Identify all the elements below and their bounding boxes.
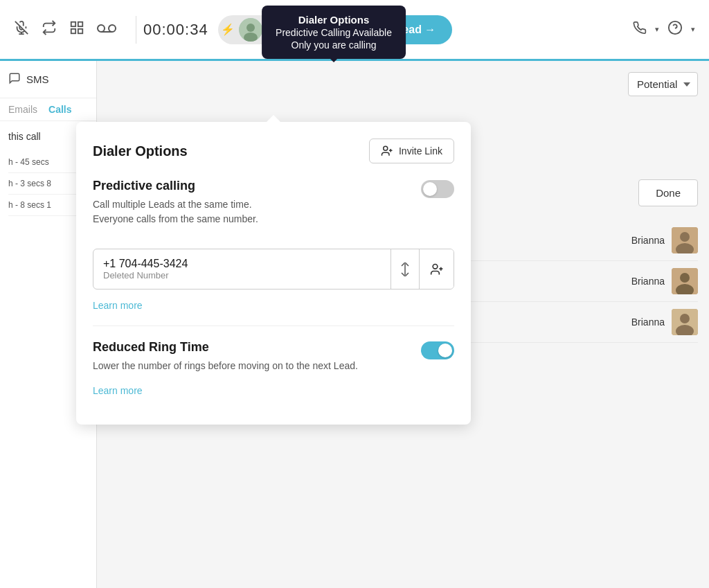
svg-point-11 bbox=[246, 24, 255, 32]
invite-link-label: Invite Link bbox=[399, 145, 442, 157]
svg-rect-6 bbox=[78, 29, 82, 33]
svg-point-8 bbox=[109, 25, 116, 32]
avatar bbox=[672, 268, 698, 294]
dialer-options-tooltip: Dialer Options Predictive Calling Availa… bbox=[262, 6, 406, 59]
tooltip-line1: Predictive Calling Available bbox=[276, 27, 392, 38]
grid-icon[interactable] bbox=[69, 20, 84, 39]
toolbar-divider bbox=[136, 16, 136, 44]
dialer-options-panel: Dialer Options Invite Link Predictive ca… bbox=[76, 122, 471, 425]
toggle-track[interactable] bbox=[421, 180, 454, 198]
svg-point-16 bbox=[680, 232, 690, 242]
main-content: SMS Emails Calls this call h - 45 secs h… bbox=[0, 61, 709, 588]
svg-point-22 bbox=[680, 314, 690, 323]
done-button[interactable]: Done bbox=[638, 179, 698, 206]
help-chevron-icon: ▾ bbox=[691, 25, 695, 34]
reduced-title: Reduced Ring Time bbox=[93, 340, 358, 355]
voicemail-icon[interactable] bbox=[97, 21, 116, 39]
panel-header: Dialer Options Invite Link bbox=[93, 139, 454, 163]
svg-rect-5 bbox=[71, 29, 75, 33]
tab-calls[interactable]: Calls bbox=[48, 104, 71, 115]
list-item-name: Brianna bbox=[631, 317, 665, 328]
phone-chevron-icon: ▾ bbox=[655, 25, 659, 34]
toolbar-icons bbox=[14, 20, 116, 39]
avatar bbox=[672, 227, 698, 253]
phone-number-left: +1 704-445-3424 Deleted Number bbox=[93, 249, 391, 289]
sms-tab[interactable]: SMS bbox=[0, 61, 96, 98]
learn-more-link-2[interactable]: Learn more bbox=[93, 385, 143, 396]
phone-header-icon[interactable] bbox=[633, 21, 647, 38]
phone-number: +1 704-445-3424 bbox=[103, 258, 381, 270]
avatar bbox=[672, 309, 698, 335]
sms-icon bbox=[8, 72, 21, 87]
phone-number-sort[interactable] bbox=[391, 249, 419, 289]
predictive-toggle[interactable] bbox=[421, 180, 454, 198]
phone-number-label: Deleted Number bbox=[103, 270, 381, 280]
predictive-calling-content: Predictive calling Call multiple Leads a… bbox=[93, 179, 258, 238]
toggle-thumb bbox=[438, 344, 452, 357]
section-divider bbox=[93, 326, 454, 326]
potential-select[interactable]: Potential bbox=[628, 72, 698, 96]
tooltip-title: Dialer Options bbox=[276, 14, 392, 26]
help-icon[interactable] bbox=[667, 20, 683, 39]
avatar bbox=[239, 18, 262, 42]
predictive-calling-section: Predictive calling Call multiple Leads a… bbox=[93, 179, 454, 238]
sub-tabs: Emails Calls bbox=[0, 98, 96, 121]
svg-point-19 bbox=[680, 273, 690, 283]
mute-icon[interactable] bbox=[14, 20, 29, 39]
phone-number-row: +1 704-445-3424 Deleted Number bbox=[93, 249, 454, 289]
phone-invite-button[interactable] bbox=[419, 249, 454, 289]
svg-point-7 bbox=[98, 25, 105, 32]
reduced-ring-section: Reduced Ring Time Lower the number of ri… bbox=[93, 340, 454, 397]
list-item-name: Brianna bbox=[631, 276, 665, 287]
svg-rect-3 bbox=[71, 22, 75, 26]
dropdown-arrow bbox=[267, 115, 280, 122]
reduced-desc: Lower the number of rings before moving … bbox=[93, 359, 358, 373]
sms-label: SMS bbox=[26, 73, 49, 85]
tab-emails[interactable]: Emails bbox=[8, 104, 37, 115]
predictive-title: Predictive calling bbox=[93, 179, 258, 193]
reduced-toggle[interactable] bbox=[421, 341, 454, 359]
learn-more-link-1[interactable]: Learn more bbox=[93, 300, 143, 311]
call-timer: 00:00:34 bbox=[143, 21, 208, 39]
predictive-desc: Call multiple Leads at the same time. Ev… bbox=[93, 197, 258, 226]
tooltip-line2: Only you are calling bbox=[276, 39, 392, 51]
panel-title: Dialer Options bbox=[93, 143, 188, 159]
right-top: Potential bbox=[108, 72, 698, 96]
header-right: ▾ ▾ bbox=[633, 20, 695, 39]
invite-link-button[interactable]: Invite Link bbox=[369, 139, 454, 163]
svg-point-27 bbox=[433, 264, 438, 269]
transfer-icon[interactable] bbox=[42, 20, 57, 39]
toolbar: Dialer Options Predictive Calling Availa… bbox=[0, 0, 709, 61]
toggle-track-on[interactable] bbox=[421, 341, 454, 359]
svg-point-24 bbox=[384, 146, 388, 150]
toggle-thumb bbox=[423, 182, 437, 196]
reduced-ring-content: Reduced Ring Time Lower the number of ri… bbox=[93, 340, 358, 397]
list-item-name: Brianna bbox=[631, 235, 665, 246]
lightning-icon: ⚡ bbox=[221, 23, 235, 36]
svg-rect-4 bbox=[78, 22, 82, 26]
